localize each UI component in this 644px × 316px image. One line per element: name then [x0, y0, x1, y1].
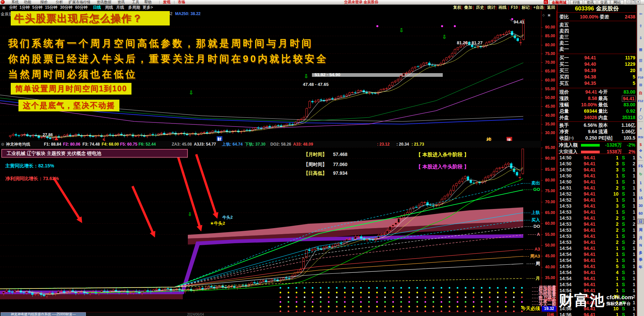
- down-arrow-icon[interactable]: ⇩: [638, 36, 644, 40]
- indicator-name[interactable]: 神龙神奇均线: [6, 141, 30, 148]
- tas-row[interactable]: 14:5094.411S1: [557, 173, 636, 179]
- f12-button[interactable]: F12: [638, 99, 644, 103]
- rsi-button[interactable]: RSI: [638, 135, 644, 140]
- money-icon[interactable]: $: [638, 142, 644, 147]
- tas-row[interactable]: 14:5494.411S1: [557, 276, 636, 282]
- period-day[interactable]: 日: [638, 219, 644, 224]
- tas-row[interactable]: 14:5094.413S2: [557, 161, 636, 167]
- toolbar-action[interactable]: 标记: [522, 5, 530, 10]
- tas-row[interactable]: 14:5394.411S1: [557, 209, 636, 215]
- period-1[interactable]: 1: [638, 180, 644, 185]
- tree-icon[interactable]: ⊞: [638, 83, 644, 87]
- period-30[interactable]: 30: [638, 203, 644, 208]
- toolbar-action[interactable]: 叠加: [464, 5, 472, 10]
- minimize-button[interactable]: ─: [627, 0, 631, 4]
- maximize-button[interactable]: ❐: [631, 0, 636, 4]
- menubar-button[interactable]: 网站: [610, 0, 624, 4]
- period-15[interactable]: 15: [638, 196, 644, 200]
- menu-item[interactable]: 资讯: [117, 0, 125, 4]
- menu-item[interactable]: 报价: [40, 0, 48, 4]
- refresh-icon[interactable]: ↻: [638, 172, 644, 176]
- move-icon[interactable]: ✥: [638, 148, 644, 153]
- menu-item[interactable]: 分析: [56, 0, 63, 4]
- menu-item[interactable]: 工具: [132, 0, 139, 4]
- period-60[interactable]: 60: [638, 211, 644, 216]
- menu-item[interactable]: 帮助: [144, 0, 152, 4]
- period-n[interactable]: N: [638, 243, 644, 248]
- tas-row[interactable]: 14:5494.411S1: [557, 252, 636, 258]
- tas-row[interactable]: 14:5394.412S1: [557, 215, 636, 221]
- period-tab[interactable]: 多周期: [128, 5, 140, 10]
- tas-row[interactable]: 14:5094.413S1: [557, 167, 636, 173]
- lower-chart-canvas[interactable]: 牛头2★牛头2⇩: [0, 148, 541, 312]
- menu-item[interactable]: 扩展市场行情: [68, 0, 91, 4]
- back-arrow-icon[interactable]: ⇦: [638, 11, 644, 16]
- tas-row[interactable]: 14:5494.411S1: [557, 282, 636, 288]
- f5-button[interactable]: F5: [638, 164, 644, 168]
- tas-row[interactable]: 14:5494.411S1: [557, 258, 636, 264]
- toolbar-action[interactable]: 复权: [453, 5, 461, 10]
- sector-tags[interactable]: 工业机械 辽宁板块 主题投资 光伏概念 锂电池: [1, 149, 188, 158]
- tas-row[interactable]: 14:5694.411S1: [557, 312, 636, 316]
- axis-icons[interactable]: ◇ ▣: [542, 13, 551, 17]
- period-tab[interactable]: 5分钟: [32, 5, 43, 10]
- tas-row[interactable]: 14:5394.411S1: [557, 233, 636, 240]
- toolbar-action[interactable]: 统计: [487, 5, 495, 10]
- period-multi[interactable]: 多: [638, 250, 644, 255]
- tas-row[interactable]: 14:5294.411S1: [557, 197, 636, 203]
- tas-row[interactable]: 14:5394.412S2: [557, 240, 636, 246]
- toolbar-action[interactable]: 历史: [476, 5, 484, 10]
- menu-item-hot[interactable]: 发现: [163, 0, 170, 4]
- menubar-button[interactable]: 行情: [570, 0, 583, 4]
- app-logo-icon[interactable]: [1, 0, 5, 4]
- table-icon[interactable]: ▥: [638, 58, 644, 62]
- menubar-button[interactable]: 金融商城: [549, 0, 569, 4]
- system-name-badge[interactable]: 神龙神奇建均线股操作系统 ----25999财富---: [1, 312, 86, 316]
- quote-title[interactable]: 603396金辰股份: [557, 5, 636, 13]
- toolbar-action[interactable]: 返回: [547, 5, 555, 10]
- tas-row[interactable]: 14:5394.413S1: [557, 203, 636, 209]
- period-tab[interactable]: 更多>: [143, 5, 153, 10]
- monitor-icon[interactable]: ▣: [2, 5, 5, 10]
- tas-row[interactable]: 14:5094.411S1: [557, 155, 636, 161]
- circle-icon[interactable]: ◯: [638, 115, 644, 119]
- tas-row[interactable]: 14:5494.415S1: [557, 264, 636, 270]
- toolbar-action[interactable]: +自选: [533, 5, 544, 10]
- period-tab[interactable]: 日线: [93, 5, 101, 10]
- tas-row[interactable]: 14:5094.411S1: [557, 179, 636, 185]
- lower-chart[interactable]: 牛头2★牛头2⇩ 工业机械 辽宁板块 主题投资 光伏概念 锂电池 主营同比增长：…: [0, 148, 541, 312]
- menubar-button[interactable]: 交易: [598, 0, 610, 4]
- zixuan-icon[interactable]: 自: [638, 91, 644, 95]
- pencil-icon[interactable]: ✎: [638, 155, 644, 160]
- main-chart[interactable]: 51.92 - 54.9047.48 - 47.6581.26 - 81.279…: [0, 11, 541, 141]
- period-5[interactable]: 5: [638, 188, 644, 193]
- wave-icon[interactable]: ≈: [638, 126, 644, 131]
- period-tab[interactable]: 15分钟: [45, 5, 57, 10]
- brand-icon[interactable]: 行: [544, 0, 548, 4]
- period-tab[interactable]: 月线: [116, 5, 124, 10]
- period-week[interactable]: 周: [638, 227, 644, 232]
- tas-row[interactable]: 14:5494.414S1: [557, 270, 636, 276]
- menu-item[interactable]: 功能: [24, 0, 31, 4]
- tas-row[interactable]: 14:5494.411S1: [557, 246, 636, 252]
- f10-button[interactable]: F10: [638, 75, 644, 80]
- period-month[interactable]: 月: [638, 235, 644, 240]
- period-tab[interactable]: 分时: [9, 5, 17, 10]
- toolbar-action[interactable]: 画线: [498, 5, 506, 10]
- period-year[interactable]: 年: [638, 265, 644, 269]
- period-tab[interactable]: 30分钟: [60, 5, 72, 10]
- menubar-button[interactable]: 资讯: [584, 0, 596, 4]
- close-button[interactable]: ✕: [636, 0, 640, 4]
- list-icon[interactable]: ≣: [638, 67, 644, 72]
- menu-item[interactable]: 系统: [11, 0, 19, 4]
- tas-row[interactable]: 14:5394.412S1: [557, 227, 636, 233]
- menu-item-hot[interactable]: 市场: [178, 0, 185, 4]
- period-tab[interactable]: 1分钟: [19, 5, 30, 10]
- period-quarter[interactable]: 季: [638, 257, 644, 262]
- period-tab[interactable]: 周线: [105, 5, 113, 10]
- menu-item[interactable]: 资讯数据: [97, 0, 111, 4]
- period-tab[interactable]: 60分钟: [75, 5, 88, 10]
- report-icon[interactable]: ▦: [638, 47, 644, 52]
- tas-row[interactable]: 14:5294.4110S1: [557, 191, 636, 197]
- toolbar-action[interactable]: F10: [511, 5, 518, 10]
